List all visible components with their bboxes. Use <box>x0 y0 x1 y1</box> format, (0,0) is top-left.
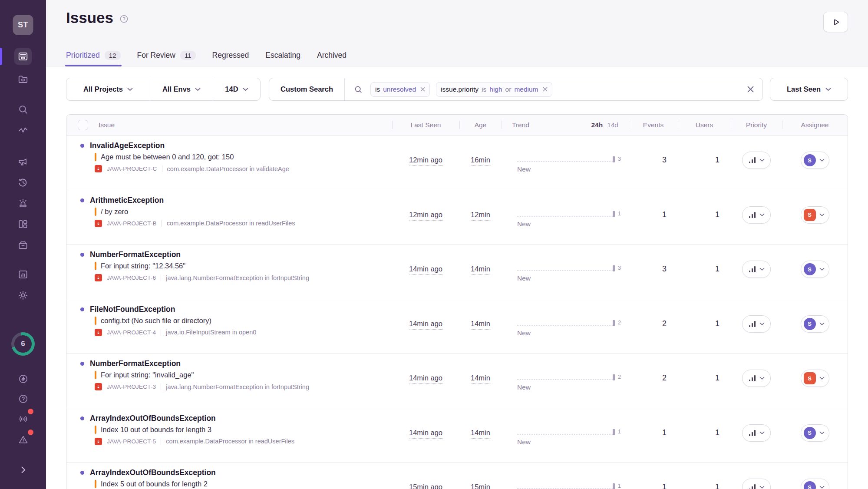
token-remove-icon[interactable] <box>543 87 548 92</box>
service-incidents-icon[interactable] <box>14 431 32 448</box>
trend-24h-toggle[interactable]: 24h <box>591 121 603 129</box>
traces-nav-icon[interactable] <box>14 122 32 139</box>
priority-button[interactable] <box>742 315 771 333</box>
priority-button[interactable] <box>742 261 771 278</box>
issue-row[interactable]: ArithmeticException / by zero JAVA-PROJE… <box>66 190 848 245</box>
issue-meta: JAVA-PROJECT-B com.example.DataProcessor… <box>95 220 392 227</box>
feedback-nav-icon[interactable] <box>14 153 32 170</box>
sort-dropdown[interactable]: Last Seen <box>770 78 848 101</box>
column-events[interactable]: Events <box>629 115 678 135</box>
replay-tour-button[interactable] <box>823 12 848 32</box>
assignee-avatar: S <box>804 481 816 489</box>
search-nav-icon[interactable] <box>14 101 32 118</box>
token-remove-icon[interactable] <box>420 87 425 92</box>
project-slug[interactable]: JAVA-PROJECT-5 <box>107 438 156 445</box>
issue-title[interactable]: ArrayIndexOutOfBoundsException <box>90 468 216 477</box>
age-cell: 16min <box>459 135 502 190</box>
users-count: 1 <box>678 354 731 408</box>
issue-search-bar[interactable]: Custom Search isunresolved issue.priorit… <box>269 78 763 101</box>
priority-button[interactable] <box>742 424 771 442</box>
quota-usage-ring[interactable]: 6 <box>11 332 35 356</box>
quota-count: 6 <box>14 335 32 353</box>
column-priority: Priority <box>731 115 782 135</box>
search-token[interactable]: isunresolved <box>370 82 430 97</box>
issue-row[interactable]: InvalidAgeException Age must be between … <box>66 135 848 190</box>
issues-nav-icon[interactable] <box>14 48 32 65</box>
issue-title[interactable]: FileNotFoundException <box>90 305 175 314</box>
assignee-button[interactable]: S <box>801 261 829 278</box>
token-part: unresolved <box>383 86 416 93</box>
meta-divider <box>161 383 161 390</box>
issue-row[interactable]: ArrayIndexOutOfBoundsException Index 5 o… <box>66 463 848 489</box>
date-range-label: 14D <box>225 85 238 93</box>
alerts-nav-icon[interactable] <box>14 195 32 212</box>
issue-title[interactable]: InvalidAgeException <box>90 141 165 150</box>
settings-gear-icon[interactable] <box>14 287 32 304</box>
replays-nav-icon[interactable] <box>14 174 32 191</box>
issue-row[interactable]: NumberFormatException For input string: … <box>66 244 848 299</box>
assignee-button[interactable]: S <box>801 315 829 333</box>
assignee-button[interactable]: S <box>801 152 829 169</box>
releases-nav-icon[interactable] <box>14 236 32 254</box>
last-seen-cell: 12min ago <box>392 135 459 190</box>
project-filter-dropdown[interactable]: All Projects <box>66 78 150 100</box>
issue-row[interactable]: ArrayIndexOutOfBoundsException Index 10 … <box>66 408 848 463</box>
age-cell: 14min <box>459 299 502 354</box>
explore-code-icon[interactable] <box>14 71 32 88</box>
priority-button[interactable] <box>742 479 771 489</box>
clear-search-icon[interactable] <box>746 85 755 93</box>
project-slug[interactable]: JAVA-PROJECT-C <box>107 165 157 172</box>
whats-new-broadcast-icon[interactable] <box>14 410 32 427</box>
page-help-icon[interactable] <box>119 14 129 23</box>
java-project-icon <box>95 220 102 227</box>
last-seen-cell: 14min ago <box>392 408 459 463</box>
tab[interactable]: Archived <box>317 51 347 66</box>
tab[interactable]: For Review 11 <box>137 51 196 66</box>
priority-button[interactable] <box>742 152 771 169</box>
org-avatar[interactable]: ST <box>13 15 33 35</box>
assignee-button[interactable]: S <box>801 424 829 442</box>
issue-title[interactable]: NumberFormatException <box>90 359 181 368</box>
environment-filter-dropdown[interactable]: All Envs <box>150 78 213 100</box>
custom-search-button[interactable]: Custom Search <box>269 78 345 100</box>
issue-title[interactable]: NumberFormatException <box>90 250 181 259</box>
error-level-bar <box>95 371 96 379</box>
issue-row[interactable]: FileNotFoundException config.txt (No suc… <box>66 299 848 354</box>
issue-row[interactable]: NumberFormatException For input string: … <box>66 354 848 408</box>
expand-sidebar-chevron-icon[interactable] <box>14 461 32 479</box>
issue-meta: JAVA-PROJECT-5 com.example.DataProcessor… <box>95 438 392 445</box>
performance-boost-icon[interactable] <box>14 370 32 387</box>
trend-status-label: New <box>517 383 629 391</box>
dashboards-nav-icon[interactable] <box>14 215 32 233</box>
select-all-checkbox[interactable] <box>78 120 88 130</box>
tab[interactable]: Regressed <box>212 51 249 66</box>
column-age[interactable]: Age <box>459 115 502 135</box>
tab[interactable]: Prioritized 12 <box>66 51 121 66</box>
tab[interactable]: Escalating <box>265 51 300 66</box>
tab-label: Regressed <box>212 51 249 60</box>
priority-button[interactable] <box>742 206 771 224</box>
last-seen-cell: 14min ago <box>392 354 459 408</box>
help-nav-icon[interactable] <box>14 390 32 407</box>
date-range-dropdown[interactable]: 14D <box>213 78 260 100</box>
column-users[interactable]: Users <box>678 115 731 135</box>
trend-sparkline <box>517 319 615 326</box>
last-seen-value: 12min ago <box>409 211 442 221</box>
issue-title[interactable]: ArithmeticException <box>90 196 164 205</box>
project-slug[interactable]: JAVA-PROJECT-3 <box>107 383 156 390</box>
project-slug[interactable]: JAVA-PROJECT-B <box>107 220 157 227</box>
project-slug[interactable]: JAVA-PROJECT-6 <box>107 274 156 281</box>
issue-culprit: java.lang.NumberFormatException in forIn… <box>166 274 309 281</box>
trend-14d-toggle[interactable]: 14d <box>607 121 618 129</box>
column-last-seen[interactable]: Last Seen <box>392 115 459 135</box>
issue-title[interactable]: ArrayIndexOutOfBoundsException <box>90 414 216 423</box>
priority-button[interactable] <box>742 370 771 387</box>
assignee-button[interactable]: S <box>801 479 829 489</box>
project-slug[interactable]: JAVA-PROJECT-4 <box>107 329 156 336</box>
unread-indicator-dot <box>80 253 84 257</box>
assignee-button[interactable]: S <box>801 370 829 387</box>
events-count: 2 <box>629 299 678 354</box>
search-token[interactable]: issue.priorityishighormedium <box>436 82 552 97</box>
assignee-button[interactable]: S <box>801 206 829 224</box>
stats-nav-icon[interactable] <box>14 266 32 283</box>
